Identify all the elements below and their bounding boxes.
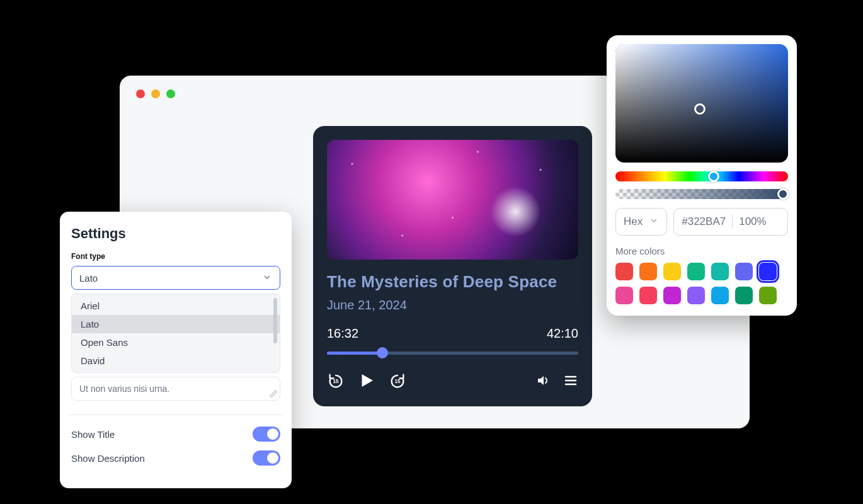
time-duration: 42:10 (547, 326, 578, 341)
show-title-toggle[interactable] (253, 427, 280, 442)
seek-bar[interactable] (327, 350, 578, 356)
font-type-label: Font type (71, 252, 280, 261)
alpha-thumb[interactable] (777, 188, 789, 200)
color-picker: Hex #322BA7 100% More colors (607, 35, 797, 316)
resize-handle-icon[interactable] (270, 390, 277, 398)
svg-text:15: 15 (333, 379, 339, 384)
color-swatch[interactable] (663, 287, 681, 304)
font-option[interactable]: Open Sans (72, 333, 280, 352)
volume-icon[interactable] (535, 373, 551, 388)
hue-thumb[interactable] (708, 171, 719, 182)
maximize-icon[interactable] (166, 89, 175, 98)
color-mode-value: Hex (624, 215, 643, 228)
show-description-label: Show Description (71, 453, 145, 464)
show-description-toggle[interactable] (253, 450, 280, 466)
saturation-value-area[interactable] (615, 44, 788, 163)
settings-panel: Settings Font type Lato ArielLatoOpen Sa… (60, 212, 292, 488)
color-swatch[interactable] (639, 263, 657, 280)
divider (69, 415, 283, 415)
color-swatch[interactable] (615, 263, 633, 280)
alpha-slider[interactable] (615, 189, 788, 199)
opacity-value: 100% (739, 215, 766, 228)
show-title-label: Show Title (71, 429, 115, 440)
color-swatch[interactable] (759, 287, 777, 304)
close-icon[interactable] (136, 89, 145, 98)
font-select[interactable]: Lato (71, 266, 280, 290)
hex-value: #322BA7 (682, 215, 726, 228)
svg-text:15: 15 (394, 379, 401, 384)
color-swatch[interactable] (687, 287, 705, 304)
settings-heading: Settings (71, 226, 280, 242)
hue-slider[interactable] (615, 171, 788, 181)
sv-cursor[interactable] (694, 103, 706, 115)
minimize-icon[interactable] (151, 89, 160, 98)
color-swatch[interactable] (711, 287, 729, 304)
color-swatch[interactable] (735, 263, 753, 280)
color-swatch[interactable] (663, 263, 681, 280)
media-player: The Mysteries of Deep Space June 21, 202… (313, 126, 592, 406)
traffic-lights (136, 89, 175, 98)
color-mode-select[interactable]: Hex (615, 208, 667, 236)
rewind-15-icon[interactable]: 15 (327, 372, 345, 389)
font-dropdown: ArielLatoOpen SansDavid (71, 294, 280, 373)
font-option[interactable]: Lato (72, 315, 280, 333)
color-swatch[interactable] (615, 287, 633, 304)
cover-art (327, 140, 578, 260)
font-option[interactable]: David (72, 352, 280, 370)
color-swatch[interactable] (759, 263, 777, 280)
swatch-grid (615, 263, 788, 304)
forward-15-icon[interactable]: 15 (389, 372, 406, 389)
color-swatch[interactable] (711, 263, 729, 280)
play-icon[interactable] (357, 371, 376, 390)
font-option[interactable]: Ariel (72, 297, 280, 315)
track-date: June 21, 2024 (327, 298, 578, 312)
color-value-input[interactable]: #322BA7 100% (673, 208, 788, 236)
color-swatch[interactable] (735, 287, 753, 304)
chevron-down-icon (649, 215, 659, 229)
time-elapsed: 16:32 (327, 326, 358, 341)
description-textarea-value: Ut non varius nisi urna. (79, 384, 169, 394)
more-colors-label: More colors (615, 246, 788, 256)
menu-icon[interactable] (563, 373, 578, 388)
description-textarea[interactable]: Ut non varius nisi urna. (71, 377, 280, 401)
dropdown-scrollbar[interactable] (273, 298, 277, 343)
font-select-value: Lato (79, 273, 98, 284)
color-swatch[interactable] (639, 287, 657, 304)
track-title: The Mysteries of Deep Space (327, 272, 578, 292)
color-swatch[interactable] (687, 263, 705, 280)
chevron-down-icon (262, 272, 272, 284)
